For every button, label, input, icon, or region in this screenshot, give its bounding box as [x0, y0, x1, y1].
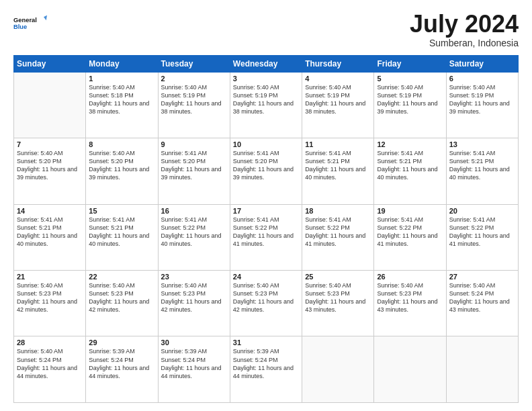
header-friday: Friday	[374, 55, 446, 72]
week-row-2: 7 Sunrise: 5:40 AMSunset: 5:20 PMDayligh…	[14, 138, 519, 204]
day-info: Sunrise: 5:40 AMSunset: 5:19 PMDaylight:…	[233, 84, 294, 115]
cell-1-1: 8 Sunrise: 5:40 AMSunset: 5:20 PMDayligh…	[86, 138, 158, 204]
calendar-header-row: SundayMondayTuesdayWednesdayThursdayFrid…	[14, 55, 519, 72]
header-sunday: Sunday	[14, 55, 86, 72]
day-number: 4	[305, 75, 371, 83]
day-info: Sunrise: 5:41 AMSunset: 5:22 PMDaylight:…	[233, 216, 294, 247]
day-number: 1	[89, 75, 154, 83]
day-number: 16	[161, 207, 227, 215]
day-info: Sunrise: 5:41 AMSunset: 5:21 PMDaylight:…	[377, 150, 437, 181]
cell-0-5: 5 Sunrise: 5:40 AMSunset: 5:19 PMDayligh…	[374, 72, 446, 138]
title-block: July 2024 Sumberan, Indonesia	[410, 11, 519, 48]
day-info: Sunrise: 5:40 AMSunset: 5:23 PMDaylight:…	[17, 282, 77, 313]
header-monday: Monday	[86, 55, 158, 72]
page: General Blue July 2024 Sumberan, Indones…	[0, 0, 532, 411]
cell-3-4: 25 Sunrise: 5:40 AMSunset: 5:23 PMDaylig…	[302, 271, 374, 336]
cell-2-5: 19 Sunrise: 5:41 AMSunset: 5:22 PMDaylig…	[374, 204, 446, 270]
calendar-table: SundayMondayTuesdayWednesdayThursdayFrid…	[13, 55, 519, 403]
day-info: Sunrise: 5:41 AMSunset: 5:21 PMDaylight:…	[89, 216, 149, 247]
cell-4-6	[446, 336, 518, 403]
cell-3-5: 26 Sunrise: 5:40 AMSunset: 5:23 PMDaylig…	[374, 271, 446, 336]
cell-1-4: 11 Sunrise: 5:41 AMSunset: 5:21 PMDaylig…	[302, 138, 374, 204]
day-number: 13	[449, 140, 515, 148]
day-number: 12	[377, 140, 443, 148]
cell-0-0	[14, 72, 86, 138]
header-saturday: Saturday	[446, 55, 518, 72]
day-number: 20	[449, 207, 515, 215]
cell-0-3: 3 Sunrise: 5:40 AMSunset: 5:19 PMDayligh…	[230, 72, 302, 138]
day-number: 5	[377, 75, 443, 83]
header-tuesday: Tuesday	[158, 55, 230, 72]
cell-1-3: 10 Sunrise: 5:41 AMSunset: 5:20 PMDaylig…	[230, 138, 302, 204]
day-info: Sunrise: 5:41 AMSunset: 5:22 PMDaylight:…	[377, 216, 437, 247]
day-number: 7	[17, 140, 83, 148]
logo: General Blue	[13, 11, 47, 35]
cell-1-2: 9 Sunrise: 5:41 AMSunset: 5:20 PMDayligh…	[158, 138, 230, 204]
cell-3-0: 21 Sunrise: 5:40 AMSunset: 5:23 PMDaylig…	[14, 271, 86, 336]
header: General Blue July 2024 Sumberan, Indones…	[13, 11, 519, 48]
cell-4-0: 28 Sunrise: 5:40 AMSunset: 5:24 PMDaylig…	[14, 336, 86, 403]
day-info: Sunrise: 5:40 AMSunset: 5:20 PMDaylight:…	[89, 150, 149, 181]
day-number: 25	[305, 273, 371, 281]
day-info: Sunrise: 5:40 AMSunset: 5:19 PMDaylight:…	[305, 84, 365, 115]
day-number: 3	[233, 75, 299, 83]
day-number: 11	[305, 140, 371, 148]
cell-1-5: 12 Sunrise: 5:41 AMSunset: 5:21 PMDaylig…	[374, 138, 446, 204]
day-info: Sunrise: 5:40 AMSunset: 5:24 PMDaylight:…	[449, 282, 510, 313]
week-row-3: 14 Sunrise: 5:41 AMSunset: 5:21 PMDaylig…	[14, 204, 519, 270]
day-info: Sunrise: 5:41 AMSunset: 5:22 PMDaylight:…	[449, 216, 510, 247]
day-info: Sunrise: 5:40 AMSunset: 5:19 PMDaylight:…	[377, 84, 437, 115]
day-number: 15	[89, 207, 154, 215]
day-info: Sunrise: 5:41 AMSunset: 5:20 PMDaylight:…	[233, 150, 294, 181]
day-info: Sunrise: 5:41 AMSunset: 5:22 PMDaylight:…	[161, 216, 222, 247]
day-number: 27	[449, 273, 515, 281]
cell-2-1: 15 Sunrise: 5:41 AMSunset: 5:21 PMDaylig…	[86, 204, 158, 270]
day-info: Sunrise: 5:39 AMSunset: 5:24 PMDaylight:…	[233, 348, 294, 379]
day-number: 19	[377, 207, 443, 215]
day-number: 29	[89, 338, 154, 347]
cell-3-1: 22 Sunrise: 5:40 AMSunset: 5:23 PMDaylig…	[86, 271, 158, 336]
cell-3-3: 24 Sunrise: 5:40 AMSunset: 5:23 PMDaylig…	[230, 271, 302, 336]
cell-2-2: 16 Sunrise: 5:41 AMSunset: 5:22 PMDaylig…	[158, 204, 230, 270]
location: Sumberan, Indonesia	[410, 38, 519, 48]
week-row-1: 1 Sunrise: 5:40 AMSunset: 5:18 PMDayligh…	[14, 72, 519, 138]
day-number: 31	[233, 338, 299, 347]
day-info: Sunrise: 5:40 AMSunset: 5:20 PMDaylight:…	[17, 150, 77, 181]
day-number: 22	[89, 273, 154, 281]
cell-0-4: 4 Sunrise: 5:40 AMSunset: 5:19 PMDayligh…	[302, 72, 374, 138]
day-info: Sunrise: 5:41 AMSunset: 5:21 PMDaylight:…	[305, 150, 365, 181]
day-number: 24	[233, 273, 299, 281]
cell-3-2: 23 Sunrise: 5:40 AMSunset: 5:23 PMDaylig…	[158, 271, 230, 336]
cell-4-2: 30 Sunrise: 5:39 AMSunset: 5:24 PMDaylig…	[158, 336, 230, 403]
cell-0-6: 6 Sunrise: 5:40 AMSunset: 5:19 PMDayligh…	[446, 72, 518, 138]
cell-1-6: 13 Sunrise: 5:41 AMSunset: 5:21 PMDaylig…	[446, 138, 518, 204]
day-number: 26	[377, 273, 443, 281]
header-wednesday: Wednesday	[230, 55, 302, 72]
day-info: Sunrise: 5:40 AMSunset: 5:19 PMDaylight:…	[449, 84, 510, 115]
day-info: Sunrise: 5:39 AMSunset: 5:24 PMDaylight:…	[89, 348, 149, 379]
svg-text:Blue: Blue	[13, 24, 27, 30]
day-info: Sunrise: 5:40 AMSunset: 5:23 PMDaylight:…	[161, 282, 222, 313]
day-number: 18	[305, 207, 371, 215]
cell-3-6: 27 Sunrise: 5:40 AMSunset: 5:24 PMDaylig…	[446, 271, 518, 336]
cell-2-3: 17 Sunrise: 5:41 AMSunset: 5:22 PMDaylig…	[230, 204, 302, 270]
day-info: Sunrise: 5:41 AMSunset: 5:20 PMDaylight:…	[161, 150, 222, 181]
day-number: 8	[89, 140, 154, 148]
cell-2-0: 14 Sunrise: 5:41 AMSunset: 5:21 PMDaylig…	[14, 204, 86, 270]
day-info: Sunrise: 5:41 AMSunset: 5:21 PMDaylight:…	[449, 150, 510, 181]
svg-text:General: General	[13, 17, 37, 24]
day-info: Sunrise: 5:40 AMSunset: 5:23 PMDaylight:…	[377, 282, 437, 313]
day-number: 9	[161, 140, 227, 148]
day-info: Sunrise: 5:40 AMSunset: 5:24 PMDaylight:…	[17, 348, 77, 379]
day-number: 2	[161, 75, 227, 83]
day-info: Sunrise: 5:40 AMSunset: 5:18 PMDaylight:…	[89, 84, 149, 115]
logo-svg: General Blue	[13, 11, 47, 35]
cell-4-5	[374, 336, 446, 403]
day-number: 30	[161, 338, 227, 347]
cell-1-0: 7 Sunrise: 5:40 AMSunset: 5:20 PMDayligh…	[14, 138, 86, 204]
svg-marker-2	[44, 15, 47, 21]
day-number: 10	[233, 140, 299, 148]
day-info: Sunrise: 5:40 AMSunset: 5:19 PMDaylight:…	[161, 84, 222, 115]
day-info: Sunrise: 5:40 AMSunset: 5:23 PMDaylight:…	[233, 282, 294, 313]
day-info: Sunrise: 5:39 AMSunset: 5:24 PMDaylight:…	[161, 348, 222, 379]
